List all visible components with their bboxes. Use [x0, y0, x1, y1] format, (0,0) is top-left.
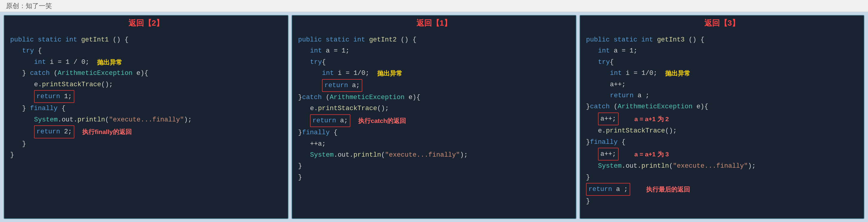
panel-1-code: public static int getInt1 () { try { int… [4, 31, 288, 218]
line: } [586, 172, 858, 183]
line: e.printStackTrace(); [598, 125, 858, 136]
line: int a = 1; [598, 45, 858, 57]
line: return 1; [34, 90, 282, 103]
line: } [586, 196, 858, 207]
line: int i = 1 / 0; 抛出异常 [34, 57, 282, 68]
line: } [298, 160, 570, 172]
line: } finally { [22, 103, 282, 114]
code-panel-2: 返回【1】 public static int getInt2 () { int… [291, 15, 577, 219]
line: }catch (ArithmeticException e){ [586, 101, 858, 112]
line: }catch (ArithmeticException e){ [298, 92, 570, 103]
line: }finally { [586, 137, 858, 148]
line: e.printStackTrace(); [310, 103, 570, 114]
line: public static int getInt3 () { [586, 34, 858, 45]
top-bar: 原创：知了一笑 [0, 0, 868, 12]
line: }finally { [298, 127, 570, 138]
line: try{ [310, 57, 570, 68]
code-panel-1: 返回【2】 public static int getInt1 () { try… [4, 15, 288, 219]
line: a++; a = a+1 为 3 [598, 148, 858, 160]
line: return a; [322, 79, 570, 92]
line: return a ; 执行最后的返回 [586, 183, 858, 196]
line: } catch (ArithmeticException e){ [22, 68, 282, 79]
line: return 2; 执行finally的返回 [34, 125, 282, 138]
line: System.out.println("execute...finally"); [34, 114, 282, 125]
line: try { [22, 45, 282, 57]
line: public static int getInt1 () { [10, 34, 282, 45]
line: System.out.println("execute...finally"); [598, 160, 858, 172]
source-label: 原创：知了一笑 [6, 1, 52, 10]
line: } [298, 172, 570, 183]
panel-3-code: public static int getInt3 () { int a = 1… [580, 31, 864, 218]
panel-1-header: 返回【2】 [4, 15, 288, 31]
line: return a ; [610, 90, 858, 101]
line: a++; a = a+1 为 2 [598, 112, 858, 125]
panel-2-header: 返回【1】 [292, 15, 576, 31]
line: ++a; [310, 139, 570, 149]
line: System.out.println("execute...finally"); [310, 149, 570, 160]
line: a++; [610, 79, 858, 90]
line: int a = 1; [310, 45, 570, 57]
main-content: 返回【2】 public static int getInt1 () { try… [0, 12, 868, 222]
line: e.printStackTrace(); [34, 79, 282, 90]
line: return a; 执行catch的返回 [310, 114, 570, 127]
line: } [22, 139, 282, 149]
panel-2-code: public static int getInt2 () { int a = 1… [292, 31, 576, 218]
panel-3-header: 返回【3】 [580, 15, 864, 31]
code-panel-3: 返回【3】 public static int getInt3 () { int… [580, 15, 864, 219]
line: int i = 1/0; 抛出异常 [322, 68, 570, 79]
line: try{ [598, 57, 858, 68]
line: } [10, 149, 282, 160]
line: public static int getInt2 () { [298, 34, 570, 45]
line: int i = 1/0; 抛出异常 [610, 68, 858, 79]
